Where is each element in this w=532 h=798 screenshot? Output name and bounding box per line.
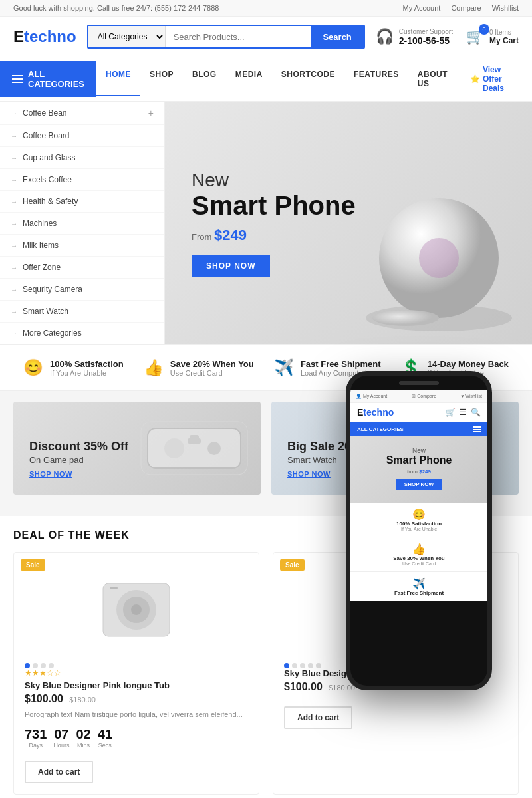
deal-price-amount-1: $100.00 (25, 693, 63, 704)
nav-features[interactable]: FEATURES (344, 62, 408, 96)
svg-point-20 (131, 604, 142, 615)
svg-point-2 (419, 238, 459, 278)
arrow-icon: → (11, 330, 17, 337)
phone-topbar: 👤 My Account ⊞ Compare ♥ Wishllist (350, 390, 487, 403)
logo[interactable]: Etechno (13, 27, 76, 46)
benefit-save-sub: Use Credit Card (170, 369, 254, 377)
arrow-icon: → (11, 110, 17, 117)
phone-hero-btn[interactable]: SHOP NOW (396, 479, 442, 490)
phone-search-icon: 🔍 (471, 408, 481, 417)
dot[interactable] (308, 663, 313, 668)
phone-benefit1-title: 100% Satisfaction (356, 521, 482, 527)
cart[interactable]: 🛒0 0 Items My Cart (466, 28, 519, 45)
add-cart-button-2[interactable]: Add to cart (284, 706, 352, 729)
svg-point-6 (164, 438, 184, 458)
deal-price-1: $100.00 $180.00 (25, 693, 248, 705)
sidebar-item-coffee-bean[interactable]: → Coffee Bean + (0, 102, 164, 125)
hours-label: Hours (53, 742, 69, 749)
nav-blog[interactable]: BLOG (183, 62, 226, 96)
arrow-icon: → (11, 242, 17, 249)
svg-rect-4 (148, 428, 241, 468)
nav-shop[interactable]: SHOP (140, 62, 183, 96)
sidebar-item-coffee-board[interactable]: → Coffee Board (0, 125, 164, 147)
my-account-link[interactable]: My Account (403, 4, 441, 12)
plus-icon: + (148, 108, 154, 118)
benefit-satisfaction: 😊 100% Satisfaction If You Are Unable (23, 358, 124, 377)
hero-product-image (332, 172, 532, 344)
hero-product-svg (352, 185, 525, 344)
add-cart-button-1[interactable]: Add to cart (25, 761, 93, 783)
promo-section-wrapper: Discount 35% Off On Game pad SHOP NOW (0, 391, 532, 505)
sidebar-item-sequrity-camera[interactable]: → Sequrity Camera (0, 279, 164, 301)
dot-active[interactable] (284, 663, 289, 668)
sidebar-item-cup-glass[interactable]: → Cup and Glass (0, 147, 164, 169)
sidebar-item-more-categories[interactable]: → More Categories (0, 323, 164, 344)
all-categories-button[interactable]: ALL CATEGORIES (0, 61, 96, 97)
phone-benefit2-sub: Use Credit Card (356, 561, 482, 566)
view-offer-link[interactable]: ⭐ View Offer Deals (457, 57, 532, 101)
arrow-icon: → (11, 176, 17, 184)
sidebar-label: More Categories (23, 329, 82, 338)
sidebar-label: Excels Coffee (23, 175, 72, 184)
dot[interactable] (33, 663, 38, 668)
arrow-icon: → (11, 286, 17, 293)
nav-links: HOME SHOP BLOG MEDIA SHORTCODE FEATURES … (96, 62, 457, 96)
promo-watch-link[interactable]: SHOP NOW (287, 470, 331, 478)
sidebar-item-health-safety[interactable]: → Health & Safety (0, 191, 164, 213)
cart-label: My Cart (489, 36, 519, 45)
wishlist-link[interactable]: Wishllist (492, 4, 519, 12)
cart-icon: 🛒0 (466, 28, 484, 45)
nav-home[interactable]: HOME (96, 62, 140, 96)
hero-new-label: New (192, 170, 356, 191)
hero-title: Smart Phone (192, 191, 356, 220)
phone-benefit-1: 😊 100% Satisfaction If You Are Unable (350, 503, 487, 537)
search-input[interactable] (166, 26, 311, 47)
sidebar-label: Smart Watch (23, 307, 68, 316)
phone-benefit3-icon: ✈️ (356, 577, 482, 590)
nav-media[interactable]: MEDIA (226, 62, 272, 96)
phone-menu-icon: ☰ (460, 408, 467, 417)
dot[interactable] (292, 663, 297, 668)
sidebar-item-smart-watch[interactable]: → Smart Watch (0, 301, 164, 323)
benefit-satisfaction-title: 100% Satisfaction (50, 359, 124, 369)
compare-link[interactable]: Compare (451, 4, 481, 12)
arrow-icon: → (11, 198, 17, 205)
hero-content: New Smart Phone From $249 SHOP NOW (192, 170, 356, 277)
svg-point-7 (207, 442, 221, 455)
dot[interactable] (41, 663, 46, 668)
dot[interactable] (316, 663, 321, 668)
countdown: 731 Days 07 Hours 02 Mins 41 Secs (25, 727, 248, 749)
dot[interactable] (300, 663, 305, 668)
hero-shop-now-button[interactable]: SHOP NOW (192, 255, 270, 277)
phone-hamburger-icon (473, 426, 481, 432)
speaker-product-svg (96, 570, 176, 650)
support-label: Customer Support (399, 28, 453, 35)
phone-hero-new: New (361, 447, 477, 454)
promo-gamepad-link[interactable]: SHOP NOW (29, 470, 72, 478)
benefit-money-title: 14-Day Money Back (428, 359, 509, 369)
nav-shortcode[interactable]: SHORTCODE (272, 62, 344, 96)
search-button[interactable]: Search (311, 26, 363, 47)
sidebar-item-offer-zone[interactable]: → Offer Zone (0, 257, 164, 279)
sidebar-label: Cup and Glass (23, 153, 75, 162)
phone-compare: ⊞ Compare (412, 394, 436, 399)
nav-left: ALL CATEGORIES HOME SHOP BLOG MEDIA SHOR… (0, 61, 457, 97)
sidebar-item-milk-items[interactable]: → Milk Items (0, 235, 164, 257)
sale-badge-2: Sale (280, 559, 305, 571)
benefit-satisfaction-sub: If You Are Unable (50, 369, 124, 377)
phone-mockup: 👤 My Account ⊞ Compare ♥ Wishllist Etech… (346, 371, 492, 690)
category-select[interactable]: All Categories (88, 26, 166, 47)
sidebar-item-machines[interactable]: → Machines (0, 213, 164, 235)
nav-about[interactable]: ABOUT US (408, 62, 457, 96)
hero-from: From $249 (192, 227, 356, 244)
phone-hero-title: Smart Phone (361, 454, 477, 466)
sidebar-item-excels-coffee[interactable]: → Excels Coffee (0, 169, 164, 191)
hours-num: 07 (54, 727, 68, 741)
countdown-days: 731 Days (25, 727, 47, 749)
countdown-secs: 41 Secs (98, 727, 112, 749)
sidebar-label: Sequrity Camera (23, 285, 82, 294)
dot-active[interactable] (25, 663, 30, 668)
dot[interactable] (49, 663, 54, 668)
phone-nav: ALL CATEGORIES (350, 422, 487, 436)
phone-header: Etechno 🛒 ☰ 🔍 (350, 403, 487, 422)
